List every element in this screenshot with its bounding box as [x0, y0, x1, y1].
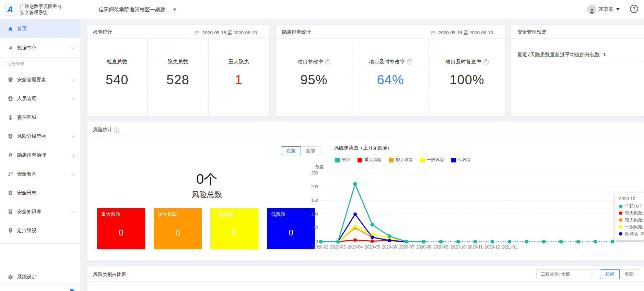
risk-level-label: 重大风险	[101, 211, 120, 218]
sidebar-item-label: 隐患排查治理	[17, 152, 46, 158]
logo-letter: A	[7, 5, 13, 14]
sidebar-item-patrol[interactable]: 定点巡视	[0, 221, 80, 240]
date-range-picker[interactable]: 2020-05-16 至 2020-08-13	[191, 28, 264, 38]
sidebar-item-home[interactable]: 首页	[0, 19, 80, 38]
chart-title: 风险走势图（上月无数据）	[334, 145, 392, 151]
svg-text:2020-10: 2020-10	[450, 245, 466, 250]
svg-text:2020-08: 2020-08	[416, 245, 431, 250]
sidebar-item-label: 风险分级管控	[17, 133, 46, 140]
help-glyph: ?	[633, 6, 636, 12]
sidebar-item-personnel[interactable]: 人员管理	[0, 89, 80, 108]
calendar-icon	[431, 31, 436, 36]
tooltip-row: 全部: 0个	[619, 203, 644, 210]
risk-level-box: 低风险0	[267, 208, 315, 249]
project-type-value: 工程类别: 全部	[541, 271, 570, 277]
inspection-stat: 隐患总数528	[147, 39, 208, 116]
user-menu[interactable]: 宋慧友	[587, 5, 620, 14]
sidebar-item-label: 安全知识库	[17, 209, 41, 215]
question-icon[interactable]: ?	[114, 128, 119, 133]
sidebar-item-knowledge-base[interactable]: 安全知识库	[0, 202, 80, 221]
education-icon	[8, 171, 13, 177]
question-icon[interactable]: ?	[407, 59, 412, 64]
sidebar-divider	[0, 284, 80, 284]
svg-text:2020-05: 2020-05	[365, 245, 380, 250]
sidebar-item-safety-elements[interactable]: 安全管理要素	[0, 70, 80, 89]
floating-widget[interactable]	[70, 289, 74, 291]
series-dot	[619, 218, 622, 222]
log-list-icon	[8, 190, 13, 196]
tooltip-text: 低风险: 0个	[625, 230, 644, 237]
toggle-in-progress[interactable]: 在施	[281, 146, 301, 155]
help-icon[interactable]: ?	[630, 5, 638, 13]
sidebar-item-safety-education[interactable]: 安全教育	[0, 165, 80, 183]
sidebar-item-data-center[interactable]: 数据中心	[0, 38, 80, 57]
stat-label: 项目整改率	[298, 59, 324, 65]
stat-label: 项目及时复查率	[446, 59, 482, 65]
bar-chart-icon	[8, 45, 13, 51]
risk-level-value: 0	[154, 228, 202, 238]
svg-text:2020-03: 2020-03	[330, 245, 346, 250]
toggle-in-progress[interactable]: 在施	[600, 269, 620, 279]
sidebar-item-label: 安全教育	[17, 171, 36, 177]
tooltip-month: 2020-10	[619, 196, 644, 201]
app-title-line2: 安全管理系统	[20, 10, 62, 16]
sidebar-item-hazard-management[interactable]: 隐患排查治理	[0, 146, 80, 165]
risk-level-box: 重大风险0	[97, 208, 145, 249]
stat-value: 64%	[352, 73, 429, 87]
tooltip-text: 重大风险: 0个	[625, 210, 644, 217]
person-icon	[589, 8, 595, 14]
svg-text:200: 200	[311, 184, 318, 189]
stat-value: 100%	[429, 73, 505, 87]
chevron-down-icon	[616, 8, 620, 10]
line-chart-svg: 050100150200250数量2020-022020-032020-0420…	[308, 151, 644, 255]
risk-stats-card: 风险统计 ? 在施 全部 0个 风险总数 重大风险0较大风险0一般风险0低风险0…	[87, 122, 644, 260]
card-header: 风险类别占比图 工程类别: 全部 在施 全部	[87, 266, 644, 282]
question-icon[interactable]: ?	[325, 59, 330, 64]
chevron-down-icon	[173, 9, 176, 11]
risk-title: 风险统计	[93, 127, 112, 133]
top-bar: A 广联达数字项目平台 安全管理系统 信阳师范学院淮河校区一期建... 宋慧友 …	[0, 0, 644, 19]
warning-title: 安全管理预警	[517, 29, 546, 35]
safety-warning-card: 安全管理预警 最近7天隐患数量超过平均值的分包数1	[511, 25, 644, 116]
sidebar-item-label: 安全管理要素	[17, 77, 46, 83]
sidebar-item-responsibility-area[interactable]: 责任区域	[0, 108, 80, 127]
card-title: 检查统计	[93, 29, 112, 35]
hazard-title: 隐患排查统计	[282, 29, 311, 35]
app-logo: A	[4, 3, 16, 15]
sidebar-divider	[0, 243, 80, 244]
svg-text:2020-09: 2020-09	[433, 245, 448, 250]
tooltip-row: 一般风险: 0个	[619, 223, 644, 230]
risk-level-label: 较大风险	[158, 211, 177, 218]
date-range-picker[interactable]: 2020-05-16 至 2020-08-13	[427, 28, 500, 38]
stat-label: 检查总数	[107, 59, 127, 65]
category-title: 风险类别占比图	[93, 271, 127, 278]
project-type-select[interactable]: 工程类别: 全部	[536, 269, 597, 279]
shield-down-icon	[8, 133, 13, 139]
chart-tooltip: 2020-10 全部: 0个重大风险: 0个较大风险: 0个一般风险: 0个低风…	[615, 193, 644, 240]
sidebar-item-risk-control[interactable]: 风险分级管控	[0, 127, 80, 146]
category-status-toggle: 在施 全部	[600, 269, 639, 279]
risk-level-value: 0	[97, 228, 145, 238]
toggle-all[interactable]: 全部	[619, 269, 639, 279]
sidebar-settings-slot: 系统设定	[0, 267, 80, 287]
sidebar-item-label: 人员管理	[17, 96, 36, 102]
series-dot	[619, 232, 622, 235]
sidebar-item-safety-log[interactable]: 安全日志	[0, 183, 80, 202]
svg-text:2020-06: 2020-06	[382, 245, 397, 250]
stat-label: 项目及时整改率	[369, 59, 405, 65]
risk-trend-chart[interactable]: 050100150200250数量2020-022020-032020-0420…	[308, 151, 644, 255]
avatar	[587, 5, 596, 14]
tooltip-row: 重大风险: 0个	[619, 210, 644, 217]
svg-text:2020-02: 2020-02	[313, 245, 328, 250]
inspection-stats-card: 检查统计 2020-05-16 至 2020-08-13 检查总数540隐患总数…	[87, 25, 269, 116]
sidebar-item-system-settings[interactable]: 系统设定	[0, 267, 80, 287]
risk-total-value: 0个	[97, 170, 317, 189]
chevron-down-icon	[71, 153, 75, 156]
svg-text:数量: 数量	[315, 165, 324, 169]
card-title: 安全管理预警	[517, 29, 546, 35]
svg-text:250: 250	[311, 171, 318, 175]
svg-text:2021-01: 2021-01	[502, 245, 517, 250]
project-selector[interactable]: 信阳师范学院淮河校区一期建...	[98, 5, 176, 14]
series-dot	[619, 205, 622, 208]
question-icon[interactable]: ?	[483, 59, 489, 64]
